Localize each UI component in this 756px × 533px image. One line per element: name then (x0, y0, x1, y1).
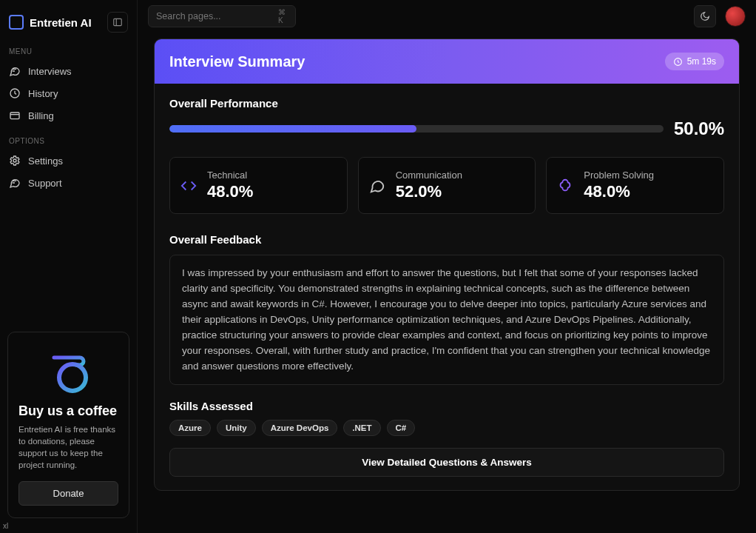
sidebar-collapse-button[interactable] (107, 12, 128, 33)
code-icon (180, 178, 197, 194)
coffee-title: Buy us a coffee (18, 403, 118, 419)
nav-label: History (28, 88, 58, 99)
metric-value: 48.0% (207, 182, 253, 201)
gear-icon (9, 155, 21, 167)
feedback-label: Overall Feedback (169, 233, 724, 246)
search-shortcut: ⌘ K (278, 8, 288, 24)
support-icon (9, 177, 21, 189)
svg-rect-2 (10, 113, 19, 119)
metric-value: 48.0% (584, 182, 654, 201)
nav-label: Interviews (28, 66, 72, 77)
coffee-icon (39, 344, 98, 396)
sidebar-item-billing[interactable]: Billing (0, 104, 137, 127)
topbar: ⌘ K (138, 0, 756, 33)
main: ⌘ K Interview Summary 5m 19s Overall Per… (138, 0, 756, 533)
menu-section-label: MENU (0, 37, 137, 60)
sidebar: Entretien AI MENU Interviews History Bil… (0, 0, 138, 533)
app-name: Entretien AI (30, 16, 92, 29)
breakpoint-badge: xl (3, 522, 8, 530)
nav-label: Support (28, 178, 62, 189)
content: Interview Summary 5m 19s Overall Perform… (138, 33, 756, 533)
moon-icon (700, 11, 710, 21)
skills-label: Skills Assessed (169, 400, 724, 412)
skill-chip: C# (387, 420, 416, 436)
history-icon (9, 87, 21, 99)
svg-point-3 (13, 159, 16, 162)
message-icon (369, 178, 385, 194)
sidebar-item-settings[interactable]: Settings (0, 150, 137, 172)
view-details-button[interactable]: View Detailed Questions & Answers (169, 448, 724, 477)
summary-title: Interview Summary (169, 53, 305, 70)
sidebar-item-interviews[interactable]: Interviews (0, 60, 137, 82)
overall-progress-fill (169, 125, 416, 133)
duration-badge: 5m 19s (665, 53, 724, 70)
summary-card: Interview Summary 5m 19s Overall Perform… (154, 38, 740, 491)
clock-icon (673, 57, 683, 67)
metric-label: Communication (396, 170, 462, 181)
donate-button[interactable]: Donate (18, 481, 118, 506)
metric-problem-solving: Problem Solving 48.0% (546, 157, 724, 214)
skills-row: AzureUnityAzure DevOps.NETC# (169, 420, 724, 436)
skill-chip: Unity (217, 420, 256, 436)
logo-row: Entretien AI (0, 7, 137, 37)
brain-icon (557, 178, 573, 194)
metric-label: Problem Solving (584, 170, 654, 181)
theme-toggle-button[interactable] (694, 5, 716, 27)
search-input[interactable] (156, 11, 272, 21)
logo-icon (9, 15, 24, 30)
nav-label: Billing (28, 110, 54, 121)
avatar[interactable] (725, 6, 746, 27)
summary-header: Interview Summary 5m 19s (155, 39, 739, 84)
svg-point-4 (59, 364, 86, 391)
feedback-text: I was impressed by your enthusiasm and e… (169, 255, 724, 385)
chat-icon (9, 65, 21, 77)
overall-progress-bar (169, 125, 664, 133)
skill-chip: Azure DevOps (262, 420, 338, 436)
overall-percentage: 50.0% (674, 118, 724, 139)
duration-text: 5m 19s (687, 56, 716, 67)
coffee-text: Entretien AI is free thanks to donations… (18, 423, 118, 471)
metric-value: 52.0% (396, 182, 462, 201)
overall-performance-row: 50.0% (169, 118, 724, 139)
skill-chip: .NET (343, 420, 380, 436)
skill-chip: Azure (169, 420, 211, 436)
nav-label: Settings (28, 155, 63, 167)
metric-label: Technical (207, 170, 253, 181)
svg-rect-0 (114, 19, 122, 25)
search-box[interactable]: ⌘ K (148, 5, 296, 27)
coffee-card: Buy us a coffee Entretien AI is free tha… (7, 332, 129, 518)
sidebar-item-history[interactable]: History (0, 82, 137, 104)
metric-communication: Communication 52.0% (358, 157, 536, 214)
overall-performance-label: Overall Performance (169, 97, 724, 110)
panel-left-icon (112, 17, 123, 27)
card-icon (9, 110, 21, 121)
metric-grid: Technical 48.0% Communication 52.0% (169, 157, 724, 214)
metric-technical: Technical 48.0% (169, 157, 348, 214)
options-section-label: OPTIONS (0, 127, 137, 150)
sidebar-item-support[interactable]: Support (0, 172, 137, 194)
